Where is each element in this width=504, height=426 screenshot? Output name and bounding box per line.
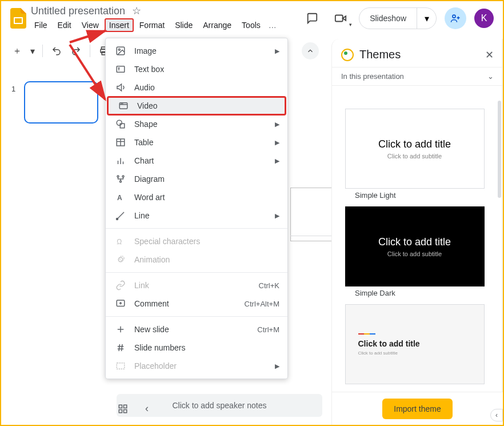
slideshow-button[interactable]: Slideshow (359, 8, 417, 29)
insert-chart[interactable]: Chart▶ (106, 152, 287, 170)
insert-new-slide[interactable]: New slideCtrl+M (106, 320, 287, 339)
slides-logo[interactable] (8, 8, 29, 29)
menu-item-label: New slide (134, 325, 169, 334)
doc-title[interactable]: Untitled presentation (31, 5, 125, 17)
svg-text:Ω: Ω (117, 238, 122, 246)
star-icon[interactable]: ☆ (132, 5, 141, 17)
menu-view[interactable]: View (77, 18, 103, 32)
theme-subtitle: Click to add subtitle (387, 250, 442, 257)
insert-image[interactable]: Image▶ (106, 42, 287, 60)
svg-line-46 (119, 344, 120, 351)
insert-link: LinkCtrl+K (106, 276, 287, 294)
menu-item-label: Audio (134, 83, 155, 92)
slide-thumbnail[interactable] (24, 81, 98, 124)
menu-slide[interactable]: Slide (170, 18, 197, 32)
comments-icon[interactable] (302, 8, 322, 29)
undo-button[interactable] (49, 43, 65, 59)
menu-edit[interactable]: Edit (53, 18, 76, 32)
svg-rect-2 (335, 15, 343, 22)
theme-subtitle: Click to add subtitle (387, 153, 442, 160)
submenu-arrow-icon: ▶ (275, 212, 279, 220)
placeholder-icon (115, 360, 126, 372)
svg-point-21 (122, 103, 123, 104)
insert-word-art[interactable]: AWord art (106, 188, 287, 206)
comment-add-icon (115, 298, 126, 309)
menu-format[interactable]: Format (135, 18, 169, 32)
meet-icon[interactable]: ▾ (330, 8, 351, 29)
svg-rect-23 (120, 124, 125, 128)
separator (106, 316, 287, 317)
menu-item-label: Line (134, 211, 149, 220)
new-slide-button[interactable]: ＋ (9, 43, 25, 59)
submenu-arrow-icon: ▶ (275, 47, 279, 55)
insert-placeholder: Placeholder▶ (106, 357, 287, 375)
new-slide-dropdown[interactable]: ▾ (29, 43, 37, 59)
palette-icon (341, 49, 354, 61)
svg-point-30 (117, 176, 119, 177)
svg-point-14 (118, 49, 120, 50)
share-button[interactable] (445, 7, 466, 29)
svg-line-47 (122, 344, 123, 351)
svg-point-22 (117, 120, 122, 125)
insert-comment[interactable]: CommentCtrl+Alt+M (106, 294, 287, 313)
collapse-toolbar-button[interactable] (302, 42, 319, 59)
account-avatar[interactable]: K (474, 9, 494, 28)
theme-card-accent[interactable]: Click to add title Click to add subtitle (345, 304, 485, 384)
menu-item-label: Special characters (134, 237, 200, 246)
slideshow-dropdown[interactable]: ▾ (417, 8, 436, 29)
close-icon[interactable]: ✕ (485, 49, 494, 61)
menu-item-label: Table (134, 138, 153, 147)
shortcut-label: Ctrl+M (257, 325, 279, 334)
svg-rect-10 (124, 405, 127, 408)
separator (106, 272, 287, 273)
diagram-icon (115, 173, 126, 185)
insert-table[interactable]: Table▶ (106, 133, 287, 152)
theme-title: Click to add title (378, 138, 451, 150)
insert-diagram[interactable]: Diagram (106, 170, 287, 188)
themes-section-toggle[interactable]: In this presentation ⌄ (332, 67, 503, 86)
animation-icon (115, 254, 126, 265)
textbox-icon (115, 63, 126, 75)
insert-audio[interactable]: Audio (106, 78, 287, 97)
svg-point-31 (122, 176, 124, 177)
slideshow-button-group: Slideshow ▾ (359, 7, 437, 29)
menu-item-label: Diagram (134, 174, 165, 184)
slide-number: 1 (11, 85, 15, 93)
link-icon (115, 280, 126, 291)
chart-icon (115, 155, 126, 166)
submenu-arrow-icon: ▶ (275, 139, 279, 146)
insert-shape[interactable]: Shape▶ (106, 115, 287, 133)
theme-card-dark[interactable]: Click to add title Click to add subtitle (345, 206, 485, 286)
svg-point-3 (453, 15, 455, 18)
side-panel-expand[interactable]: ‹ (490, 409, 503, 421)
menu-file[interactable]: File (30, 18, 52, 32)
menu-insert[interactable]: Insert (105, 18, 134, 32)
prev-slide-icon[interactable]: ‹ (145, 403, 149, 415)
theme-title: Click to add title (358, 339, 420, 348)
insert-animation: Animation (106, 250, 287, 269)
scrollbar[interactable] (498, 101, 501, 198)
menu-more[interactable]: … (266, 18, 279, 32)
insert-special-characters: ΩSpecial characters (106, 232, 287, 250)
video-icon (118, 100, 129, 112)
insert-line[interactable]: Line▶ (106, 206, 287, 225)
import-theme-button[interactable]: Import theme (382, 399, 452, 419)
insert-video[interactable]: Video (107, 96, 286, 116)
shape-icon (115, 118, 126, 130)
redo-button[interactable] (68, 43, 84, 59)
insert-menu-dropdown: Image▶Text boxAudioVideoShape▶Table▶Char… (105, 38, 288, 379)
grid-view-icon[interactable] (118, 404, 128, 414)
insert-text-box[interactable]: Text box (106, 60, 287, 78)
line-icon (115, 210, 126, 221)
menu-item-label: Video (137, 101, 158, 110)
menubar: File Edit View Insert Format Slide Arran… (30, 18, 302, 32)
menu-item-label: Image (134, 46, 157, 55)
menu-arrange[interactable]: Arrange (198, 18, 236, 32)
svg-point-32 (120, 181, 122, 182)
insert-slide-numbers[interactable]: Slide numbers (106, 339, 287, 357)
menu-tools[interactable]: Tools (237, 18, 265, 32)
svg-rect-15 (117, 66, 125, 73)
image-icon (115, 45, 126, 57)
theme-card-light[interactable]: Click to add title Click to add subtitle (345, 109, 485, 189)
separator (42, 45, 43, 57)
